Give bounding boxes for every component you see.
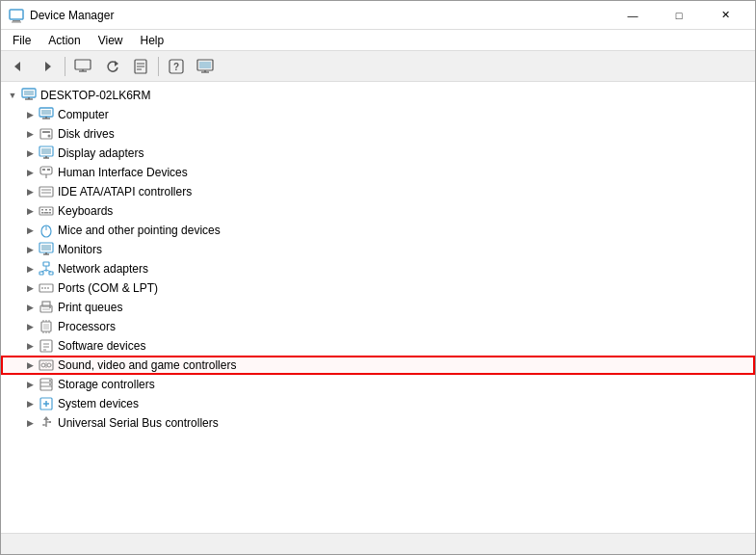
icon-monitors [38,242,55,257]
main-content: ▼ DESKTOP-02LK6RM ▶Computer▶Disk drives▶… [1,82,755,533]
root-label: DESKTOP-02LK6RM [40,89,151,102]
device-tree[interactable]: ▼ DESKTOP-02LK6RM ▶Computer▶Disk drives▶… [1,82,755,533]
back-button[interactable] [5,54,32,79]
icon-proc [38,319,55,334]
label-display: Display adapters [58,146,143,160]
tree-item-monitors[interactable]: ▶Monitors [1,240,755,259]
svg-rect-54 [43,262,49,266]
svg-line-59 [46,270,51,272]
monitor-button[interactable] [192,54,219,79]
tree-item-hid[interactable]: ▶Human Interface Devices [1,163,755,182]
icon-mice [38,223,55,238]
tree-item-keyboard[interactable]: ▶Keyboards [1,201,755,221]
label-usb: Universal Serial Bus controllers [58,416,219,430]
expand-icon-ide[interactable]: ▶ [22,184,38,199]
menu-view[interactable]: View [91,32,131,49]
expand-icon-ports[interactable]: ▶ [22,280,38,296]
expand-icon-disk[interactable]: ▶ [22,126,38,142]
menu-help[interactable]: Help [133,32,172,49]
icon-hid [38,165,55,180]
svg-rect-0 [10,10,23,19]
tree-item-display[interactable]: ▶Display adapters [1,144,755,163]
svg-rect-51 [41,245,51,251]
tree-item-disk[interactable]: ▶Disk drives [1,124,755,144]
svg-point-81 [41,363,45,367]
help-icon: ? [169,59,184,74]
svg-rect-24 [41,110,51,115]
svg-rect-16 [199,62,211,68]
expand-icon-proc[interactable]: ▶ [22,319,38,334]
svg-point-88 [49,383,51,385]
expand-icon-keyboard[interactable]: ▶ [22,203,38,219]
svg-rect-42 [41,209,43,211]
tree-root-item[interactable]: ▼ DESKTOP-02LK6RM [1,86,755,105]
minimize-button[interactable]: — [611,1,655,30]
tree-items: ▶Computer▶Disk drives▶Display adapters▶H… [1,105,755,433]
tree-item-computer[interactable]: ▶Computer [1,105,755,124]
expand-icon-computer[interactable]: ▶ [22,107,38,122]
label-sound: Sound, video and game controllers [58,358,236,372]
expand-icon-system[interactable]: ▶ [22,396,38,411]
back-icon [11,59,26,74]
computer-icon [74,59,91,74]
close-button[interactable]: ✕ [703,1,747,30]
expand-icon-display[interactable]: ▶ [22,145,38,161]
svg-marker-4 [45,62,51,71]
maximize-button[interactable]: □ [657,1,701,30]
device-manager-window: Device Manager — □ ✕ File Action View He… [0,0,756,555]
tree-item-storage[interactable]: ▶Storage controllers [1,375,755,394]
icon-system [38,396,55,411]
svg-rect-69 [43,324,49,330]
toolbar-sep-2 [158,57,159,76]
refresh-button[interactable] [98,54,125,79]
tree-item-network[interactable]: ▶Network adapters [1,259,755,278]
expand-icon-network[interactable]: ▶ [22,261,38,277]
tree-item-usb[interactable]: ▶Universal Serial Bus controllers [1,413,755,433]
expand-icon-monitors[interactable]: ▶ [22,242,38,257]
icon-print [38,300,55,315]
label-proc: Processors [58,320,116,333]
svg-rect-83 [45,362,47,368]
toolbar-sep-1 [65,57,65,76]
expand-icon-storage[interactable]: ▶ [22,377,38,392]
svg-marker-3 [14,62,20,71]
svg-rect-44 [49,209,51,211]
label-monitors: Monitors [58,243,102,256]
root-computer-icon [20,88,38,103]
tree-item-print[interactable]: ▶Print queues [1,298,755,317]
tree-item-software[interactable]: ▶Software devices [1,336,755,356]
icon-display [38,145,55,161]
label-ide: IDE ATA/ATAPI controllers [58,185,192,198]
help-button[interactable]: ? [163,54,190,79]
icon-software [38,338,55,354]
label-keyboard: Keyboards [58,204,113,218]
expand-icon-hid[interactable]: ▶ [22,165,38,180]
tree-item-ide[interactable]: ▶IDE ATA/ATAPI controllers [1,182,755,201]
svg-rect-38 [39,187,53,197]
tree-item-proc[interactable]: ▶Processors [1,317,755,336]
icon-network [38,261,55,277]
expand-icon-usb[interactable]: ▶ [22,415,38,431]
svg-rect-41 [39,207,53,215]
menu-action[interactable]: Action [40,32,88,49]
svg-rect-31 [41,148,51,154]
properties-button[interactable] [127,54,154,79]
svg-rect-35 [42,169,45,171]
tree-item-sound[interactable]: ▶Sound, video and game controllers [1,356,755,375]
svg-rect-28 [42,131,50,133]
properties-icon [133,59,148,74]
menu-file[interactable]: File [5,32,39,49]
forward-button[interactable] [34,54,61,79]
svg-line-58 [41,270,46,272]
label-ports: Ports (COM & LPT) [58,281,158,295]
tree-item-system[interactable]: ▶System devices [1,394,755,413]
tree-item-ports[interactable]: ▶Ports (COM & LPT) [1,278,755,298]
expand-icon-software[interactable]: ▶ [22,338,38,354]
icon-keyboard [38,203,55,219]
expand-icon-print[interactable]: ▶ [22,300,38,315]
computer-button[interactable] [69,54,96,79]
svg-rect-5 [75,60,91,69]
tree-item-mice[interactable]: ▶Mice and other pointing devices [1,221,755,240]
expand-icon-mice[interactable]: ▶ [22,223,38,238]
expand-icon-sound[interactable]: ▶ [22,357,38,373]
